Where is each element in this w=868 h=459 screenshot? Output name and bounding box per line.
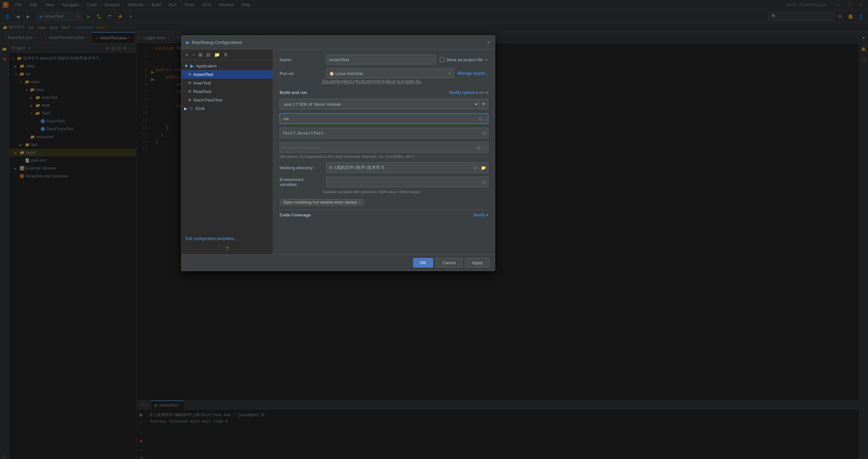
remove-config-button[interactable]: − bbox=[191, 51, 196, 58]
dialog-body: + − ⊞ ⊟ 📁 ⇅ ▼ ▶ Application ⚙ AssertTe bbox=[182, 50, 495, 254]
build-and-run-section-header: Build and run Modify options ▾ Alt+M bbox=[280, 90, 488, 95]
add-config-button[interactable]: + bbox=[184, 51, 189, 58]
junit-icon: ◇ bbox=[189, 106, 193, 111]
section-arrow-icon: ▶ bbox=[184, 106, 187, 111]
working-dir-row: Working directory: ⊡ 📁 bbox=[280, 162, 488, 173]
store-checkbox[interactable] bbox=[440, 57, 444, 62]
dialog-left-panel: + − ⊞ ⊟ 📁 ⇅ ▼ ▶ Application ⚙ AssertTe bbox=[182, 50, 273, 254]
config-item-icon: ⚙ bbox=[188, 89, 191, 94]
badge-close-icon[interactable]: × bbox=[359, 200, 361, 205]
config-item-label: ReadTest bbox=[193, 89, 211, 94]
name-label: Name: bbox=[280, 57, 322, 62]
run-on-select-wrapper: 🏠 Local machine bbox=[326, 68, 454, 78]
config-item-label: AssertTest bbox=[193, 72, 213, 77]
browse-args-icon[interactable]: ... bbox=[482, 145, 485, 150]
config-section-application[interactable]: ▼ ▶ Application bbox=[182, 62, 273, 70]
browse-class-icon[interactable]: ⊡ bbox=[480, 131, 488, 136]
program-args-row[interactable]: Program arguments ⊡ ... bbox=[280, 142, 488, 152]
expand-vm-icon[interactable]: ⊡ bbox=[479, 116, 483, 121]
working-dir-icons: ⊡ 📁 bbox=[471, 165, 488, 170]
edit-templates-link[interactable]: Edit configuration templates... bbox=[182, 234, 273, 243]
apply-button[interactable]: Apply bbox=[465, 258, 490, 267]
code-coverage-title: Code Coverage bbox=[280, 212, 311, 218]
vm-options-row: ⊡ ... bbox=[280, 113, 488, 124]
modify-options-link[interactable]: Modify options ▾ bbox=[450, 90, 478, 95]
modify-shortcut: Alt+M bbox=[479, 91, 488, 95]
env-vars-label: Environment variables: bbox=[280, 177, 322, 187]
expand-dir-icon[interactable]: ⊡ bbox=[471, 165, 479, 170]
name-row: Name: Store as project file ✏ bbox=[280, 55, 488, 64]
dialog-right-panel: Name: Store as project file ✏ Run on: 🏠 … bbox=[273, 50, 495, 254]
working-dir-label: Working directory: bbox=[280, 165, 322, 170]
program-args-icons: ⊡ ... bbox=[477, 145, 485, 150]
open-window-badge[interactable]: Open run/debug tool window when started … bbox=[280, 199, 365, 206]
dialog-title: Run/Debug Configurations bbox=[192, 40, 242, 45]
help-button[interactable]: ? bbox=[182, 243, 273, 254]
save-config-button[interactable]: ⊟ bbox=[205, 51, 212, 58]
section-arrow-icon: ▼ bbox=[184, 63, 188, 68]
config-stacktracetest[interactable]: ⚙ StackTraceTest bbox=[182, 95, 273, 104]
vm-options-input[interactable] bbox=[280, 116, 477, 121]
browse-dir-icon[interactable]: 📁 bbox=[479, 165, 488, 170]
main-class-input[interactable] bbox=[280, 131, 480, 136]
working-dir-input[interactable] bbox=[327, 165, 471, 170]
run-on-row: Run on: 🏠 Local machine Manage targets..… bbox=[280, 68, 488, 78]
program-args-placeholder: Program arguments bbox=[283, 145, 320, 150]
sdk-select[interactable]: java 17 SDK of 'demo' module bbox=[280, 99, 479, 109]
store-checkbox-row: Store as project file ✏ bbox=[440, 57, 488, 62]
env-hint-text: Separate variables with semicolon: VAR=v… bbox=[322, 190, 488, 194]
sdk-dropdown-button[interactable]: ▼ bbox=[479, 99, 488, 109]
config-section-label: JUnit bbox=[195, 106, 205, 111]
dialog-title-bar: ▶ Run/Debug Configurations × bbox=[182, 36, 495, 50]
dialog-overlay: ▶ Run/Debug Configurations × + − ⊞ ⊟ 📁 ⇅… bbox=[0, 0, 868, 459]
env-input-row: ⊡ bbox=[326, 177, 488, 187]
application-icon: ▶ bbox=[190, 63, 194, 68]
config-section-label: Application bbox=[196, 63, 217, 68]
ok-button[interactable]: OK bbox=[413, 258, 433, 267]
env-vars-row: Environment variables: ⊡ bbox=[280, 177, 488, 187]
config-asserttest[interactable]: ⚙ AssertTest bbox=[182, 70, 273, 79]
run-on-hint: Run configurations may be executed local… bbox=[322, 81, 488, 85]
vm-hint-text: VM options. CLI arguments to the 'Java' … bbox=[280, 154, 488, 159]
badge-label: Open run/debug tool window when started bbox=[283, 200, 357, 205]
modify-coverage-link[interactable]: Modify ▾ bbox=[473, 213, 488, 218]
run-on-select[interactable]: 🏠 Local machine bbox=[326, 68, 454, 78]
name-input[interactable] bbox=[326, 55, 436, 64]
config-item-icon: ⚙ bbox=[188, 81, 191, 85]
config-readtest[interactable]: ⚙ ReadTest bbox=[182, 87, 273, 95]
copy-config-button[interactable]: ⊞ bbox=[197, 51, 204, 58]
config-item-label: StackTraceTest bbox=[193, 97, 222, 103]
config-innertest[interactable]: ⚙ InnerTest bbox=[182, 79, 273, 87]
code-coverage-row: Code Coverage Modify ▾ bbox=[280, 209, 488, 218]
expand-args-icon[interactable]: ⊡ bbox=[477, 145, 480, 150]
cancel-button[interactable]: Cancel bbox=[436, 258, 462, 267]
config-item-icon: ⚙ bbox=[188, 98, 191, 102]
config-item-label: InnerTest bbox=[193, 81, 211, 85]
browse-vm-icon[interactable]: ... bbox=[483, 116, 487, 121]
sdk-row: java 17 SDK of 'demo' module ▼ bbox=[280, 99, 488, 109]
run-on-hint-text-2: example in a Docker Container or on a re… bbox=[322, 81, 488, 85]
config-tree: ▼ ▶ Application ⚙ AssertTest ⚙ InnerTest… bbox=[182, 60, 273, 234]
run-debug-dialog: ▶ Run/Debug Configurations × + − ⊞ ⊟ 📁 ⇅… bbox=[181, 35, 495, 271]
run-on-label: Run on: bbox=[280, 71, 322, 76]
dialog-icon: ▶ bbox=[186, 40, 189, 45]
dialog-footer: OK Cancel Apply bbox=[182, 254, 495, 271]
dialog-close-button[interactable]: × bbox=[487, 39, 490, 46]
working-dir-input-row: ⊡ 📁 bbox=[326, 162, 488, 173]
sort-button[interactable]: ⇅ bbox=[222, 51, 229, 58]
env-vars-input[interactable] bbox=[327, 180, 480, 185]
open-folder-button[interactable]: 📁 bbox=[213, 51, 221, 58]
main-class-row: ⊡ bbox=[280, 128, 488, 138]
browse-env-icon[interactable]: ⊡ bbox=[480, 180, 488, 185]
config-section-junit[interactable]: ▶ ◇ JUnit bbox=[182, 104, 273, 113]
build-and-run-title: Build and run bbox=[280, 90, 307, 95]
vm-input-icons: ⊡ ... bbox=[477, 116, 488, 121]
dialog-left-toolbar: + − ⊞ ⊟ 📁 ⇅ bbox=[182, 50, 273, 60]
store-edit-icon[interactable]: ✏ bbox=[485, 57, 488, 62]
modify-options-area: Modify options ▾ Alt+M bbox=[450, 90, 488, 95]
manage-targets-link[interactable]: Manage targets... bbox=[458, 71, 488, 76]
store-label: Store as project file bbox=[446, 57, 483, 62]
badge-area: Open run/debug tool window when started … bbox=[280, 199, 488, 206]
config-item-icon: ⚙ bbox=[188, 73, 191, 77]
